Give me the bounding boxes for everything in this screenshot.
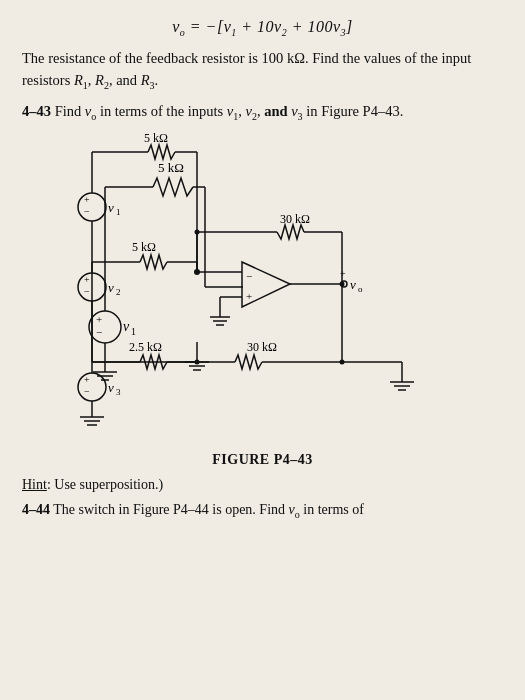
svg-point-97 <box>340 359 345 364</box>
svg-text:5 kΩ: 5 kΩ <box>132 240 156 254</box>
page: vo = −[v1 + 10v2 + 100v3] The resistance… <box>0 0 525 700</box>
hint-text: Hint: Use superposition.) <box>22 474 503 495</box>
svg-text:−: − <box>84 206 90 217</box>
svg-text:−: − <box>84 386 90 397</box>
svg-point-45 <box>78 373 106 401</box>
main-equation: vo = −[v1 + 10v2 + 100v3] <box>22 18 503 38</box>
svg-text:1: 1 <box>116 207 121 217</box>
svg-point-98 <box>195 359 200 364</box>
svg-point-99 <box>195 229 200 234</box>
svg-text:−: − <box>84 286 90 297</box>
svg-text:2: 2 <box>116 287 121 297</box>
svg-text:30 kΩ: 30 kΩ <box>247 340 277 354</box>
svg-text:5 kΩ: 5 kΩ <box>144 132 168 145</box>
problem-444: 4–44 The switch in Figure P4–44 is open.… <box>22 499 503 522</box>
svg-point-21 <box>78 193 106 221</box>
svg-text:+: + <box>84 274 90 285</box>
svg-text:+: + <box>84 374 90 385</box>
svg-text:v: v <box>108 200 114 215</box>
svg-text:o: o <box>358 284 363 294</box>
svg-text:3: 3 <box>116 387 121 397</box>
svg-text:30 kΩ: 30 kΩ <box>280 212 310 226</box>
svg-text:+: + <box>340 268 346 279</box>
resistance-text: The resistance of the feedback resistor … <box>22 48 503 93</box>
svg-point-85 <box>194 269 200 275</box>
svg-text:v: v <box>108 380 114 395</box>
svg-text:2.5 kΩ: 2.5 kΩ <box>129 340 162 354</box>
svg-text:v: v <box>108 280 114 295</box>
circuit-diagram: + − v 1 5 kΩ <box>22 132 503 462</box>
svg-text:v: v <box>350 277 356 292</box>
problem-443: 4–43 Find vo in terms of the inputs v1, … <box>22 101 503 124</box>
svg-text:−: − <box>246 270 252 282</box>
svg-text:+: + <box>246 290 252 302</box>
svg-text:+: + <box>84 194 90 205</box>
